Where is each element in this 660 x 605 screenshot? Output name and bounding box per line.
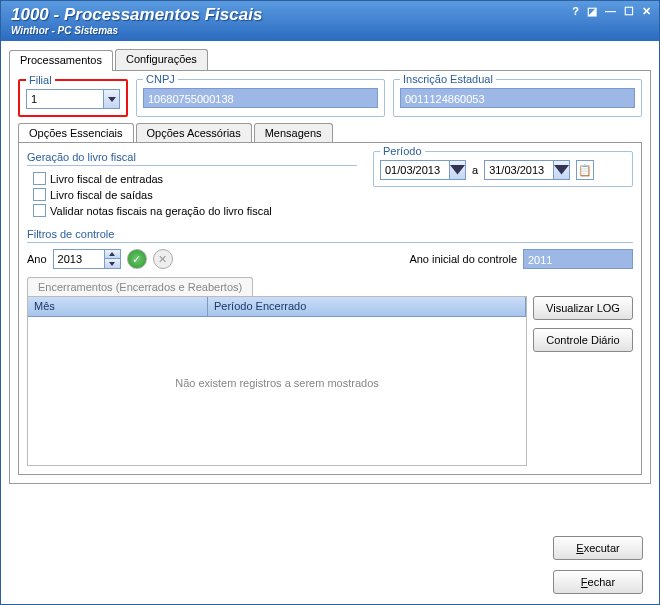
spin-up-icon[interactable] — [104, 250, 120, 259]
col-mes[interactable]: Mês — [28, 297, 208, 316]
chevron-down-icon — [449, 161, 465, 179]
controle-diario-button[interactable]: Controle Diário — [533, 328, 633, 352]
ano-label: Ano — [27, 253, 47, 265]
inscricao-legend: Inscrição Estadual — [400, 73, 496, 85]
check-entradas[interactable] — [33, 172, 46, 185]
titlebar: 1000 - Processamentos Fiscais Winthor - … — [1, 1, 659, 41]
help-icon[interactable]: ? — [572, 5, 579, 18]
encerramentos-grid: Mês Período Encerrado Não existem regist… — [27, 296, 527, 466]
col-periodo[interactable]: Período Encerrado — [208, 297, 526, 316]
periodo-legend: Período — [380, 145, 425, 157]
filial-value: 1 — [27, 93, 103, 105]
periodo-to[interactable]: 31/03/2013 — [484, 160, 570, 180]
edit-icon[interactable]: ◪ — [587, 5, 597, 18]
tab-opcoes-acessorias[interactable]: Opções Acessórias — [136, 123, 252, 142]
filial-legend: Filial — [26, 74, 55, 86]
executar-button[interactable]: Executar — [553, 536, 643, 560]
tab-configuracoes[interactable]: Configurações — [115, 49, 208, 70]
check-saidas-label: Livro fiscal de saídas — [50, 189, 153, 201]
spin-down-icon[interactable] — [104, 259, 120, 268]
periodo-group: Período 01/03/2013 a 31/03/2013 — [373, 151, 633, 187]
minimize-icon[interactable]: — — [605, 5, 616, 18]
chevron-down-icon — [103, 90, 119, 108]
geracao-title: Geração do livro fiscal — [27, 151, 357, 166]
periodo-from[interactable]: 01/03/2013 — [380, 160, 466, 180]
chevron-down-icon — [553, 161, 569, 179]
grid-empty-text: Não existem registros a serem mostrados — [28, 377, 526, 389]
inscricao-group: Inscrição Estadual 0011124860053 — [393, 79, 642, 117]
check-saidas[interactable] — [33, 188, 46, 201]
confirm-button[interactable]: ✓ — [127, 249, 147, 269]
inscricao-value: 0011124860053 — [400, 88, 635, 108]
ano-input[interactable]: 2013 — [53, 249, 121, 269]
tab-opcoes-essenciais[interactable]: Opções Essenciais — [18, 123, 134, 142]
close-icon[interactable]: ✕ — [642, 5, 651, 18]
fechar-button[interactable]: Fechar — [553, 570, 643, 594]
tab-encerramentos[interactable]: Encerramentos (Encerrados e Reabertos) — [27, 277, 253, 296]
filtros-title: Filtros de controle — [27, 228, 633, 243]
filial-group: Filial 1 — [18, 79, 128, 117]
cnpj-value: 10680755000138 — [143, 88, 378, 108]
check-entradas-label: Livro fiscal de entradas — [50, 173, 163, 185]
ano-inicial-value: 2011 — [523, 249, 633, 269]
cnpj-legend: CNPJ — [143, 73, 178, 85]
window-subtitle: Winthor - PC Sistemas — [11, 25, 649, 36]
tab-processamentos[interactable]: Processamentos — [9, 50, 113, 71]
periodo-sep: a — [472, 164, 478, 176]
filial-select[interactable]: 1 — [26, 89, 120, 109]
cnpj-group: CNPJ 10680755000138 — [136, 79, 385, 117]
cancel-button[interactable]: ✕ — [153, 249, 173, 269]
window-title: 1000 - Processamentos Fiscais — [11, 5, 649, 25]
tab-mensagens[interactable]: Mensagens — [254, 123, 333, 142]
check-validar-label: Validar notas fiscais na geração do livr… — [50, 205, 272, 217]
clipboard-icon[interactable]: 📋 — [576, 160, 594, 180]
visualizar-log-button[interactable]: Visualizar LOG — [533, 296, 633, 320]
ano-inicial-label: Ano inicial do controle — [409, 253, 517, 265]
maximize-icon[interactable]: ☐ — [624, 5, 634, 18]
check-validar[interactable] — [33, 204, 46, 217]
